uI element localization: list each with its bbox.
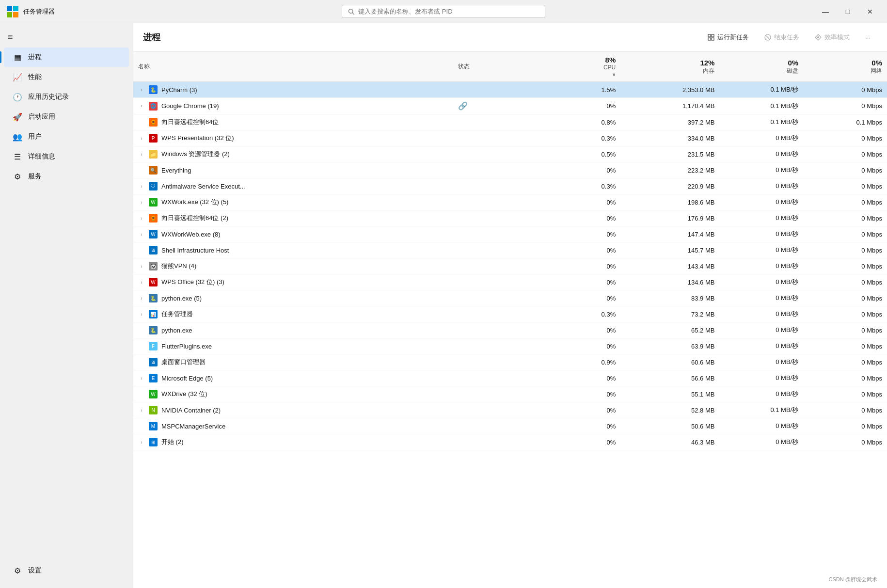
main-layout: ≡ ▦ 进程 📈 性能 🕐 应用历史记录 🚀 启动应用 👥 用户 ☰ 详细信息 … — [0, 23, 887, 588]
table-row[interactable]: › 📁 Windows 资源管理器 (2) 0.5% 231.5 MB 0 MB… — [133, 146, 887, 162]
svg-rect-1 — [13, 6, 18, 11]
process-cpu: 0.5% — [529, 146, 620, 162]
table-row[interactable]: › 🌐 Google Chrome (19) 🔗 0% 1,170.4 MB 0… — [133, 98, 887, 114]
end-task-button[interactable]: 结束任务 — [758, 30, 806, 45]
process-cpu: 0% — [529, 162, 620, 178]
process-cpu: 0.3% — [529, 178, 620, 194]
process-status-cell — [453, 114, 529, 130]
sidebar-item-startup[interactable]: 🚀 启动应用 — [4, 107, 129, 127]
process-cpu: 0% — [529, 402, 620, 418]
expand-button[interactable]: › — [138, 136, 145, 141]
expand-button[interactable]: › — [138, 232, 145, 237]
sidebar-item-services[interactable]: ⚙ 服务 — [4, 167, 129, 186]
table-row[interactable]: › 🐼 猫熊VPN (4) 0% 143.4 MB 0 MB/秒 0 Mbps — [133, 258, 887, 274]
table-row[interactable]: 🖥 Shell Infrastructure Host 0% 145.7 MB … — [133, 242, 887, 258]
table-row[interactable]: › W WXWorkWeb.exe (8) 0% 147.4 MB 0 MB/秒… — [133, 226, 887, 242]
expand-button[interactable]: › — [138, 184, 145, 189]
table-row[interactable]: › 📊 任务管理器 0.3% 73.2 MB 0 MB/秒 0 Mbps — [133, 306, 887, 322]
table-row[interactable]: › N NVIDIA Container (2) 0% 52.8 MB 0.1 … — [133, 402, 887, 418]
process-name: Windows 资源管理器 (2) — [161, 150, 230, 159]
close-button[interactable]: ✕ — [859, 4, 881, 19]
process-name: 任务管理器 — [161, 310, 193, 318]
expand-button[interactable]: › — [138, 312, 145, 317]
process-cpu: 0.3% — [529, 306, 620, 322]
expand-button[interactable]: › — [138, 216, 145, 221]
process-name-cell: › 🐼 猫熊VPN (4) — [133, 258, 453, 274]
sidebar-item-performance[interactable]: 📈 性能 — [4, 67, 129, 87]
expand-button[interactable]: › — [138, 280, 145, 285]
process-name: WXWork.exe (32 位) (5) — [161, 198, 228, 207]
expand-button[interactable]: › — [138, 87, 145, 93]
search-bar[interactable] — [342, 5, 545, 18]
col-header-name[interactable]: 名称 — [133, 52, 453, 82]
table-row[interactable]: › W WXWork.exe (32 位) (5) 0% 198.6 MB 0 … — [133, 194, 887, 210]
col-header-status[interactable]: 状态 — [453, 52, 529, 82]
table-row[interactable]: 🖥 桌面窗口管理器 0.9% 60.6 MB 0 MB/秒 0 Mbps — [133, 354, 887, 370]
process-cpu: 0% — [529, 258, 620, 274]
table-row[interactable]: › 🛡 Antimalware Service Execut... 0.3% 2… — [133, 178, 887, 194]
sidebar-label-services: 服务 — [28, 172, 42, 181]
process-mem: 334.0 MB — [620, 130, 719, 146]
services-icon: ⚙ — [13, 172, 22, 181]
expand-button[interactable]: › — [138, 103, 145, 109]
col-header-disk[interactable]: 0% 磁盘 — [719, 52, 803, 82]
process-mem: 56.6 MB — [620, 370, 719, 386]
sidebar-item-settings[interactable]: ⚙ 设置 — [4, 561, 129, 580]
minimize-button[interactable]: — — [814, 4, 837, 19]
process-status-cell — [453, 178, 529, 194]
table-row[interactable]: 🐍 python.exe 0% 65.2 MB 0 MB/秒 0 Mbps — [133, 322, 887, 338]
hamburger-button[interactable]: ≡ — [0, 27, 133, 47]
expand-button[interactable]: › — [138, 440, 145, 445]
process-net: 0 Mbps — [803, 306, 887, 322]
sidebar-item-users[interactable]: 👥 用户 — [4, 127, 129, 146]
table-row[interactable]: › 🐍 python.exe (5) 0% 83.9 MB 0 MB/秒 0 M… — [133, 290, 887, 306]
sidebar-label-details: 详细信息 — [28, 152, 55, 161]
process-cpu: 0% — [529, 210, 620, 226]
app-title: 任务管理器 — [23, 7, 55, 16]
process-mem: 63.9 MB — [620, 338, 719, 354]
table-row[interactable]: › W WPS Office (32 位) (3) 0% 134.6 MB 0 … — [133, 274, 887, 290]
maximize-button[interactable]: □ — [837, 4, 859, 19]
process-disk: 0 MB/秒 — [719, 146, 803, 162]
table-row[interactable]: F FlutterPlugins.exe 0% 63.9 MB 0 MB/秒 0… — [133, 338, 887, 354]
expand-button[interactable]: › — [138, 200, 145, 205]
run-new-task-button[interactable]: 运行新任务 — [701, 30, 756, 45]
process-name: NVIDIA Container (2) — [161, 407, 221, 414]
process-table-container[interactable]: 名称 状态 8% CPU ∨ 12% 内存 — [133, 52, 887, 588]
expand-button[interactable]: › — [138, 152, 145, 157]
svg-line-11 — [766, 36, 769, 39]
header-actions: 运行新任务 结束任务 效率模式 ··· — [701, 30, 877, 45]
process-name: Microsoft Edge (5) — [161, 375, 213, 382]
table-row[interactable]: 🔍 Everything 0% 223.2 MB 0 MB/秒 0 Mbps — [133, 162, 887, 178]
efficiency-mode-button[interactable]: 效率模式 — [808, 30, 856, 45]
table-row[interactable]: M MSPCManagerService 0% 50.6 MB 0 MB/秒 0… — [133, 418, 887, 434]
search-input[interactable] — [358, 8, 539, 15]
process-net: 0 Mbps — [803, 418, 887, 434]
expand-button[interactable]: › — [138, 408, 145, 413]
expand-button[interactable]: › — [138, 296, 145, 301]
table-row[interactable]: › ⊞ 开始 (2) 0% 46.3 MB 0 MB/秒 0 Mbps — [133, 434, 887, 450]
expand-button[interactable]: › — [138, 264, 145, 269]
process-name-cell: › 🐍 python.exe (5) — [133, 290, 453, 306]
col-header-mem[interactable]: 12% 内存 — [620, 52, 719, 82]
more-options-button[interactable]: ··· — [858, 31, 877, 44]
table-row[interactable]: W WXDrive (32 位) 0% 55.1 MB 0 MB/秒 0 Mbp… — [133, 386, 887, 402]
sidebar-item-details[interactable]: ☰ 详细信息 — [4, 147, 129, 166]
table-row[interactable]: 🌻 向日葵远程控制64位 0.8% 397.2 MB 0.1 MB/秒 0.1 … — [133, 114, 887, 130]
sidebar-item-processes[interactable]: ▦ 进程 — [4, 48, 129, 67]
process-disk: 0 MB/秒 — [719, 194, 803, 210]
sidebar-item-app-history[interactable]: 🕐 应用历史记录 — [4, 87, 129, 107]
table-row[interactable]: › 🌻 向日葵远程控制64位 (2) 0% 176.9 MB 0 MB/秒 0 … — [133, 210, 887, 226]
expand-button[interactable]: › — [138, 376, 145, 381]
process-net: 0 Mbps — [803, 194, 887, 210]
cpu-sort-arrow: ∨ — [612, 72, 616, 77]
process-disk: 0 MB/秒 — [719, 322, 803, 338]
table-row[interactable]: › P WPS Presentation (32 位) 0.3% 334.0 M… — [133, 130, 887, 146]
table-row[interactable]: › E Microsoft Edge (5) 0% 56.6 MB 0 MB/秒… — [133, 370, 887, 386]
settings-icon: ⚙ — [13, 566, 22, 575]
col-header-cpu[interactable]: 8% CPU ∨ — [529, 52, 620, 82]
window-controls: — □ ✕ — [814, 4, 881, 19]
col-header-net[interactable]: 0% 网络 — [803, 52, 887, 82]
table-row[interactable]: › 🐍 PyCharm (3) 1.5% 2,353.0 MB 0.1 MB/秒… — [133, 82, 887, 98]
process-net: 0.1 Mbps — [803, 114, 887, 130]
